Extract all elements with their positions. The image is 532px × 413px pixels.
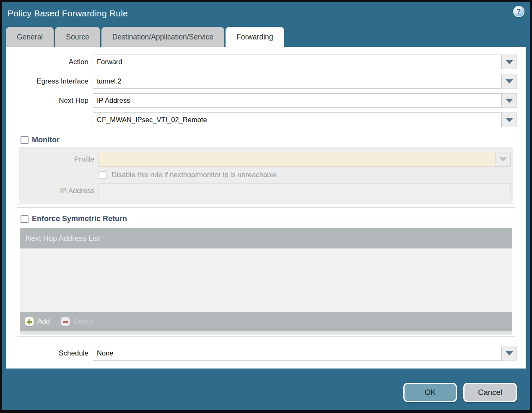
egress-interface-row: Egress Interface [6,74,517,89]
next-hop-row: Next Hop [6,93,517,108]
next-hop-address-row [6,112,517,127]
chevron-down-icon [506,99,513,103]
schedule-input[interactable] [93,346,502,361]
next-hop-address-list-table: Next Hop Address List Add Delete [20,228,512,335]
monitor-ip-address-row: IP Address [19,183,511,198]
chevron-down-icon [506,60,513,64]
action-label: Action [6,58,93,66]
enforce-symmetric-return-legend: Enforce Symmetric Return [32,214,127,223]
disable-rule-label: Disable this rule if nexthop/monitor ip … [112,171,277,179]
chevron-down-icon [499,157,507,162]
delete-minus-icon [61,317,70,326]
action-input[interactable] [93,55,502,69]
table-body[interactable] [20,248,512,312]
monitor-ip-address-input [99,183,511,198]
tab-destination-application-service[interactable]: Destination/Application/Service [101,27,224,47]
schedule-label: Schedule [6,349,93,358]
add-button[interactable]: Add [25,317,50,326]
next-hop-address-dropdown-button[interactable] [502,112,517,127]
action-row: Action [6,55,517,69]
disable-rule-checkbox [99,171,106,179]
forwarding-tab-panel: Action Egress Interface Next Hop [6,47,526,369]
delete-button-label: Delete [73,317,94,326]
next-hop-dropdown-button[interactable] [502,93,517,108]
dialog-title: Policy Based Forwarding Rule [8,8,128,18]
cancel-button[interactable]: Cancel [463,383,517,402]
next-hop-label: Next Hop [6,97,93,105]
profile-input [99,152,496,167]
monitor-panel: Profile Disable this rule if nexthop/mon… [19,147,513,204]
tab-bar: General Source Destination/Application/S… [6,27,526,47]
table-bottom-strip [20,331,512,335]
monitor-section: Monitor Profile Disable this rule if nex… [17,136,515,208]
monitor-checkbox[interactable] [21,136,29,144]
schedule-row: Schedule [6,346,517,361]
help-icon[interactable]: ? [513,6,524,17]
profile-row: Profile [19,152,511,167]
next-hop-address-input[interactable] [93,112,502,127]
ok-button[interactable]: OK [403,383,457,402]
monitor-ip-address-label: IP Address [19,187,99,195]
profile-dropdown-button [496,152,511,167]
delete-button: Delete [61,317,94,326]
chevron-down-icon [506,79,513,84]
chevron-down-icon [506,351,513,355]
tab-forwarding[interactable]: Forwarding [226,27,284,47]
monitor-legend: Monitor [32,136,60,144]
action-dropdown-button[interactable] [502,55,517,69]
tab-general[interactable]: General [6,27,54,47]
egress-interface-dropdown-button[interactable] [502,74,517,89]
dialog-footer: OK Cancel [403,383,517,402]
next-hop-address-list-column-header: Next Hop Address List [26,234,100,243]
egress-interface-label: Egress Interface [6,77,93,86]
enforce-symmetric-return-section: Enforce Symmetric Return Next Hop Addres… [17,214,515,337]
policy-based-forwarding-dialog: Policy Based Forwarding Rule ? General S… [0,0,532,413]
table-toolbar: Add Delete [20,312,512,331]
disable-rule-row: Disable this rule if nexthop/monitor ip … [99,171,511,179]
tab-source[interactable]: Source [55,27,100,47]
next-hop-type-input[interactable] [93,93,502,108]
enforce-symmetric-return-checkbox[interactable] [21,215,29,223]
add-button-label: Add [37,317,50,326]
profile-label: Profile [19,155,99,164]
title-bar: Policy Based Forwarding Rule ? [2,2,530,27]
chevron-down-icon [506,118,513,122]
table-header: Next Hop Address List [20,228,512,248]
add-plus-icon [25,317,34,326]
egress-interface-input[interactable] [93,74,502,89]
schedule-dropdown-button[interactable] [502,346,517,361]
